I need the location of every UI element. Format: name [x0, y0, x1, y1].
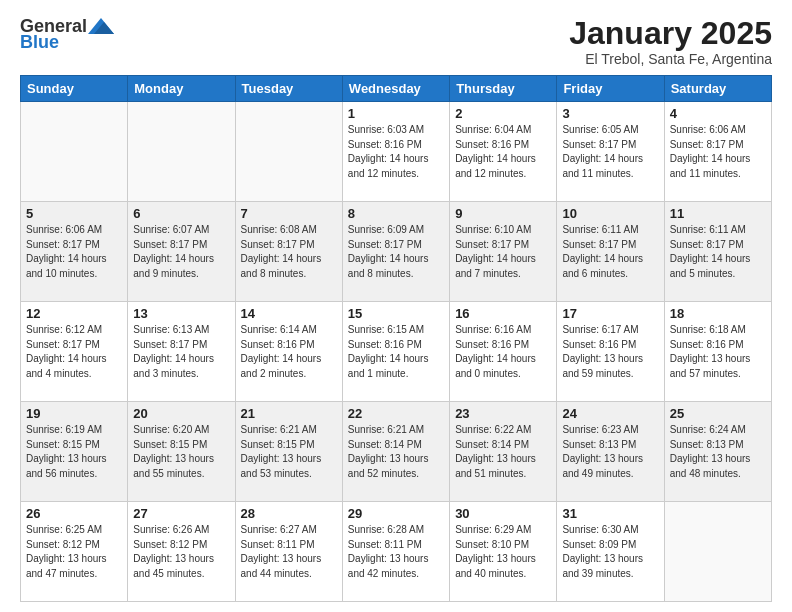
logo: General Blue — [20, 16, 115, 53]
calendar-day: 19Sunrise: 6:19 AM Sunset: 8:15 PM Dayli… — [21, 402, 128, 502]
day-info: Sunrise: 6:06 AM Sunset: 8:17 PM Dayligh… — [26, 223, 122, 281]
calendar-day: 4Sunrise: 6:06 AM Sunset: 8:17 PM Daylig… — [664, 102, 771, 202]
calendar-week-row: 19Sunrise: 6:19 AM Sunset: 8:15 PM Dayli… — [21, 402, 772, 502]
calendar-day: 14Sunrise: 6:14 AM Sunset: 8:16 PM Dayli… — [235, 302, 342, 402]
day-info: Sunrise: 6:21 AM Sunset: 8:15 PM Dayligh… — [241, 423, 337, 481]
day-number: 22 — [348, 406, 444, 421]
day-info: Sunrise: 6:18 AM Sunset: 8:16 PM Dayligh… — [670, 323, 766, 381]
calendar-day — [235, 102, 342, 202]
col-thursday: Thursday — [450, 76, 557, 102]
day-info: Sunrise: 6:10 AM Sunset: 8:17 PM Dayligh… — [455, 223, 551, 281]
calendar-day: 18Sunrise: 6:18 AM Sunset: 8:16 PM Dayli… — [664, 302, 771, 402]
calendar-header-row: Sunday Monday Tuesday Wednesday Thursday… — [21, 76, 772, 102]
day-info: Sunrise: 6:30 AM Sunset: 8:09 PM Dayligh… — [562, 523, 658, 581]
day-info: Sunrise: 6:17 AM Sunset: 8:16 PM Dayligh… — [562, 323, 658, 381]
day-info: Sunrise: 6:21 AM Sunset: 8:14 PM Dayligh… — [348, 423, 444, 481]
calendar-day: 7Sunrise: 6:08 AM Sunset: 8:17 PM Daylig… — [235, 202, 342, 302]
day-number: 5 — [26, 206, 122, 221]
day-number: 20 — [133, 406, 229, 421]
calendar-day: 20Sunrise: 6:20 AM Sunset: 8:15 PM Dayli… — [128, 402, 235, 502]
calendar-day: 15Sunrise: 6:15 AM Sunset: 8:16 PM Dayli… — [342, 302, 449, 402]
day-number: 27 — [133, 506, 229, 521]
calendar-week-row: 12Sunrise: 6:12 AM Sunset: 8:17 PM Dayli… — [21, 302, 772, 402]
day-number: 3 — [562, 106, 658, 121]
day-info: Sunrise: 6:19 AM Sunset: 8:15 PM Dayligh… — [26, 423, 122, 481]
calendar-day: 23Sunrise: 6:22 AM Sunset: 8:14 PM Dayli… — [450, 402, 557, 502]
day-info: Sunrise: 6:04 AM Sunset: 8:16 PM Dayligh… — [455, 123, 551, 181]
calendar-day — [128, 102, 235, 202]
location: El Trebol, Santa Fe, Argentina — [569, 51, 772, 67]
day-info: Sunrise: 6:16 AM Sunset: 8:16 PM Dayligh… — [455, 323, 551, 381]
day-info: Sunrise: 6:03 AM Sunset: 8:16 PM Dayligh… — [348, 123, 444, 181]
day-info: Sunrise: 6:24 AM Sunset: 8:13 PM Dayligh… — [670, 423, 766, 481]
day-info: Sunrise: 6:27 AM Sunset: 8:11 PM Dayligh… — [241, 523, 337, 581]
calendar-day: 3Sunrise: 6:05 AM Sunset: 8:17 PM Daylig… — [557, 102, 664, 202]
calendar-day: 13Sunrise: 6:13 AM Sunset: 8:17 PM Dayli… — [128, 302, 235, 402]
calendar-day: 25Sunrise: 6:24 AM Sunset: 8:13 PM Dayli… — [664, 402, 771, 502]
day-number: 29 — [348, 506, 444, 521]
calendar-day: 11Sunrise: 6:11 AM Sunset: 8:17 PM Dayli… — [664, 202, 771, 302]
day-number: 21 — [241, 406, 337, 421]
calendar-day: 12Sunrise: 6:12 AM Sunset: 8:17 PM Dayli… — [21, 302, 128, 402]
day-number: 15 — [348, 306, 444, 321]
day-info: Sunrise: 6:07 AM Sunset: 8:17 PM Dayligh… — [133, 223, 229, 281]
calendar-day: 21Sunrise: 6:21 AM Sunset: 8:15 PM Dayli… — [235, 402, 342, 502]
day-number: 6 — [133, 206, 229, 221]
day-number: 25 — [670, 406, 766, 421]
day-info: Sunrise: 6:06 AM Sunset: 8:17 PM Dayligh… — [670, 123, 766, 181]
day-number: 17 — [562, 306, 658, 321]
calendar-table: Sunday Monday Tuesday Wednesday Thursday… — [20, 75, 772, 602]
calendar-day: 28Sunrise: 6:27 AM Sunset: 8:11 PM Dayli… — [235, 502, 342, 602]
day-info: Sunrise: 6:20 AM Sunset: 8:15 PM Dayligh… — [133, 423, 229, 481]
calendar-day: 22Sunrise: 6:21 AM Sunset: 8:14 PM Dayli… — [342, 402, 449, 502]
logo-blue: Blue — [20, 32, 59, 53]
day-number: 23 — [455, 406, 551, 421]
day-info: Sunrise: 6:22 AM Sunset: 8:14 PM Dayligh… — [455, 423, 551, 481]
calendar-week-row: 1Sunrise: 6:03 AM Sunset: 8:16 PM Daylig… — [21, 102, 772, 202]
calendar-week-row: 26Sunrise: 6:25 AM Sunset: 8:12 PM Dayli… — [21, 502, 772, 602]
header: General Blue January 2025 El Trebol, San… — [20, 16, 772, 67]
day-number: 16 — [455, 306, 551, 321]
day-info: Sunrise: 6:11 AM Sunset: 8:17 PM Dayligh… — [562, 223, 658, 281]
title-block: January 2025 El Trebol, Santa Fe, Argent… — [569, 16, 772, 67]
day-info: Sunrise: 6:23 AM Sunset: 8:13 PM Dayligh… — [562, 423, 658, 481]
col-tuesday: Tuesday — [235, 76, 342, 102]
day-info: Sunrise: 6:25 AM Sunset: 8:12 PM Dayligh… — [26, 523, 122, 581]
day-number: 28 — [241, 506, 337, 521]
day-info: Sunrise: 6:28 AM Sunset: 8:11 PM Dayligh… — [348, 523, 444, 581]
logo-icon — [88, 16, 114, 36]
calendar-day: 30Sunrise: 6:29 AM Sunset: 8:10 PM Dayli… — [450, 502, 557, 602]
day-number: 24 — [562, 406, 658, 421]
day-info: Sunrise: 6:15 AM Sunset: 8:16 PM Dayligh… — [348, 323, 444, 381]
day-number: 10 — [562, 206, 658, 221]
calendar-day: 24Sunrise: 6:23 AM Sunset: 8:13 PM Dayli… — [557, 402, 664, 502]
day-number: 2 — [455, 106, 551, 121]
calendar-day: 27Sunrise: 6:26 AM Sunset: 8:12 PM Dayli… — [128, 502, 235, 602]
col-monday: Monday — [128, 76, 235, 102]
day-number: 9 — [455, 206, 551, 221]
day-info: Sunrise: 6:29 AM Sunset: 8:10 PM Dayligh… — [455, 523, 551, 581]
calendar-day: 17Sunrise: 6:17 AM Sunset: 8:16 PM Dayli… — [557, 302, 664, 402]
calendar-week-row: 5Sunrise: 6:06 AM Sunset: 8:17 PM Daylig… — [21, 202, 772, 302]
col-wednesday: Wednesday — [342, 76, 449, 102]
calendar-day: 9Sunrise: 6:10 AM Sunset: 8:17 PM Daylig… — [450, 202, 557, 302]
col-saturday: Saturday — [664, 76, 771, 102]
day-number: 4 — [670, 106, 766, 121]
day-number: 26 — [26, 506, 122, 521]
day-number: 8 — [348, 206, 444, 221]
day-number: 30 — [455, 506, 551, 521]
calendar-day: 5Sunrise: 6:06 AM Sunset: 8:17 PM Daylig… — [21, 202, 128, 302]
day-info: Sunrise: 6:12 AM Sunset: 8:17 PM Dayligh… — [26, 323, 122, 381]
day-number: 14 — [241, 306, 337, 321]
calendar-day: 8Sunrise: 6:09 AM Sunset: 8:17 PM Daylig… — [342, 202, 449, 302]
calendar-day — [21, 102, 128, 202]
calendar-day: 10Sunrise: 6:11 AM Sunset: 8:17 PM Dayli… — [557, 202, 664, 302]
calendar-day: 29Sunrise: 6:28 AM Sunset: 8:11 PM Dayli… — [342, 502, 449, 602]
day-info: Sunrise: 6:09 AM Sunset: 8:17 PM Dayligh… — [348, 223, 444, 281]
day-info: Sunrise: 6:05 AM Sunset: 8:17 PM Dayligh… — [562, 123, 658, 181]
month-title: January 2025 — [569, 16, 772, 51]
day-number: 11 — [670, 206, 766, 221]
day-info: Sunrise: 6:26 AM Sunset: 8:12 PM Dayligh… — [133, 523, 229, 581]
calendar-day: 16Sunrise: 6:16 AM Sunset: 8:16 PM Dayli… — [450, 302, 557, 402]
calendar-day: 31Sunrise: 6:30 AM Sunset: 8:09 PM Dayli… — [557, 502, 664, 602]
